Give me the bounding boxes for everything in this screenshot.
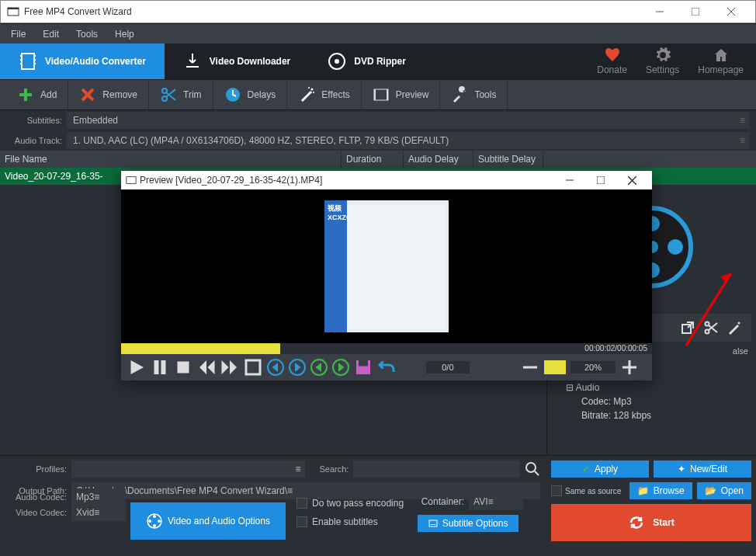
- apply-button[interactable]: ✔Apply: [551, 460, 649, 478]
- tab-converter[interactable]: Video/Audio Converter: [0, 43, 165, 79]
- audiotrack-select[interactable]: 1. UND, AAC (LC) (MP4A / 0X6134706D), 48…: [67, 132, 750, 149]
- menu-edit[interactable]: Edit: [35, 26, 67, 43]
- header-actions: Donate Settings Homepage: [584, 43, 756, 79]
- svg-rect-3: [692, 8, 699, 16]
- svg-rect-52: [359, 360, 368, 367]
- subtitle-options-button[interactable]: Subtitle Options: [418, 515, 518, 532]
- newedit-button[interactable]: ✦New/Edit: [654, 460, 751, 478]
- settings-label: Settings: [646, 64, 679, 75]
- save-frame-button[interactable]: [354, 358, 373, 377]
- col-audiodelay[interactable]: Audio Delay: [404, 151, 473, 168]
- menu-file[interactable]: File: [3, 26, 33, 43]
- magic-icon[interactable]: [727, 320, 742, 335]
- svg-rect-6: [22, 54, 34, 69]
- menu-tools[interactable]: Tools: [68, 26, 106, 43]
- prev-button[interactable]: [310, 359, 328, 376]
- gear-icon: [655, 47, 671, 63]
- add-button[interactable]: Add: [6, 80, 68, 109]
- maximize-button[interactable]: [678, 1, 713, 23]
- trim-button[interactable]: Trim: [149, 80, 213, 109]
- home-icon: [713, 47, 729, 63]
- svg-rect-50: [246, 360, 260, 374]
- tab-downloader[interactable]: Video Downloader: [165, 43, 309, 79]
- play-button[interactable]: [127, 358, 146, 377]
- svg-rect-47: [154, 360, 159, 374]
- browse-button[interactable]: 📁Browse: [629, 482, 692, 499]
- videocodec-select[interactable]: Xvid≡: [71, 504, 126, 521]
- svg-rect-21: [374, 89, 388, 100]
- svg-rect-55: [628, 360, 630, 374]
- svg-rect-22: [374, 89, 376, 100]
- preview-controls: 0/0 20%: [121, 354, 652, 381]
- popout-icon[interactable]: [680, 320, 695, 335]
- search-icon[interactable]: [525, 461, 540, 477]
- preview-button[interactable]: Preview: [362, 80, 441, 109]
- preview-progress[interactable]: 00:00:02/00:00:05: [121, 343, 652, 354]
- svg-rect-10: [33, 55, 36, 57]
- menu-help[interactable]: Help: [107, 26, 142, 43]
- rewind-button[interactable]: [197, 358, 216, 377]
- search-input[interactable]: [353, 460, 520, 478]
- tree-audio[interactable]: ⊟ Audio: [553, 381, 750, 394]
- cut-icon[interactable]: [703, 320, 719, 335]
- col-subtitledelay[interactable]: Subtitle Delay: [473, 151, 543, 168]
- svg-rect-11: [33, 59, 36, 61]
- preview-maximize[interactable]: [585, 172, 616, 189]
- zoom-indicator: [544, 360, 566, 374]
- svg-point-39: [158, 520, 161, 523]
- preview-minimize[interactable]: [554, 172, 585, 189]
- clock-icon: [224, 86, 241, 103]
- col-filename[interactable]: File Name: [0, 151, 342, 168]
- svg-rect-42: [127, 177, 136, 184]
- progress-fill: [121, 343, 280, 354]
- remove-button[interactable]: Remove: [68, 80, 149, 109]
- start-button[interactable]: Start: [551, 504, 751, 541]
- effects-button[interactable]: Effects: [287, 80, 361, 109]
- svg-rect-9: [20, 63, 23, 64]
- svg-rect-8: [20, 59, 23, 61]
- donate-button[interactable]: Donate: [597, 47, 627, 75]
- stop-button[interactable]: [174, 358, 192, 377]
- preview-close[interactable]: [616, 172, 647, 189]
- tools-icon: [451, 86, 468, 103]
- skip-fwd-button[interactable]: [289, 359, 306, 376]
- svg-point-36: [153, 515, 156, 518]
- title-bar: Free MP4 Convert Wizard: [0, 0, 756, 23]
- pause-button[interactable]: [151, 358, 169, 377]
- bottom-right: ✔Apply ✦New/Edit Same as source 📁Browse …: [546, 456, 756, 556]
- tools-button[interactable]: Tools: [440, 80, 508, 109]
- forward-button[interactable]: [220, 358, 239, 377]
- undo-button[interactable]: [377, 358, 396, 377]
- audiotrack-label: Audio Track:: [6, 136, 62, 145]
- svg-point-37: [153, 524, 156, 527]
- enablesubs-checkbox[interactable]: Enable subtitles: [297, 516, 404, 527]
- app-icon: [126, 175, 137, 186]
- audiocodec-select[interactable]: Mp3≡: [71, 488, 126, 506]
- skip-back-button[interactable]: [267, 359, 284, 376]
- delays-button[interactable]: Delays: [213, 80, 288, 109]
- check-icon: ✔: [582, 464, 590, 474]
- sameassource-checkbox[interactable]: Same as source: [551, 485, 625, 496]
- fullscreen-button[interactable]: [244, 358, 262, 377]
- close-button[interactable]: [713, 1, 749, 23]
- next-button[interactable]: [332, 359, 349, 376]
- tab-ripper[interactable]: DVD Ripper: [309, 43, 425, 79]
- preview-video-area[interactable]: 视频XCXZQ: [121, 189, 652, 343]
- zoom-in-button[interactable]: [620, 358, 639, 377]
- subtitles-select[interactable]: Embedded≡: [67, 112, 750, 129]
- va-options-button[interactable]: Video and Audio Options: [130, 502, 286, 540]
- tab-converter-label: Video/Audio Converter: [45, 56, 146, 67]
- svg-rect-12: [33, 63, 36, 64]
- svg-rect-23: [387, 89, 388, 100]
- disc-icon: [328, 52, 346, 71]
- col-duration[interactable]: Duration: [342, 151, 404, 168]
- settings-button[interactable]: Settings: [646, 47, 679, 75]
- file-list-header: File Name Duration Audio Delay Subtitle …: [0, 151, 756, 168]
- minimize-button[interactable]: [642, 1, 678, 23]
- homepage-button[interactable]: Homepage: [698, 47, 744, 75]
- video-frame: 视频XCXZQ: [324, 200, 449, 332]
- profiles-select[interactable]: ≡: [71, 460, 305, 478]
- filmstrip-icon: [373, 86, 390, 103]
- open-button[interactable]: 📂Open: [697, 482, 751, 499]
- zoom-out-button[interactable]: [521, 358, 539, 377]
